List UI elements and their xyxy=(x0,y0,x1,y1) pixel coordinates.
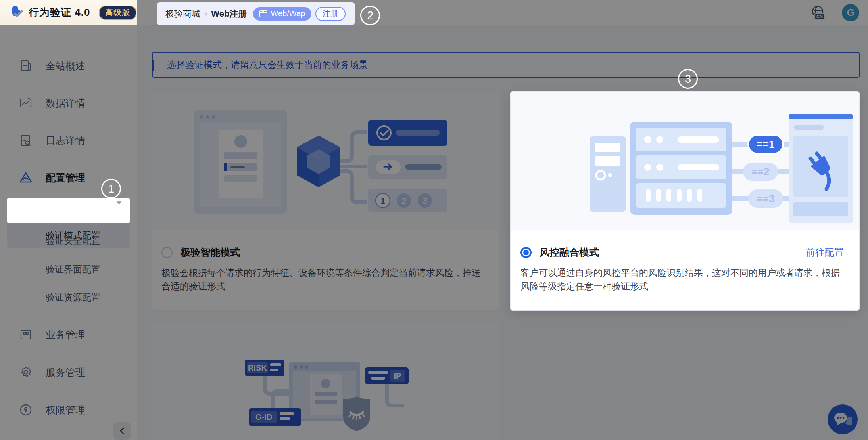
sidebar-label: 日志详情 xyxy=(46,134,85,147)
sidebar-sublabel: 验证资源配置 xyxy=(46,291,100,304)
sidebar-label: 数据详情 xyxy=(46,97,85,110)
svg-text:3: 3 xyxy=(422,196,427,206)
svg-text:2: 2 xyxy=(401,196,406,206)
breadcrumb-current: Web注册 xyxy=(211,8,247,20)
user-avatar[interactable]: G xyxy=(842,4,859,21)
header-actions: CN G xyxy=(809,0,859,25)
behavior-verification-console: 行为验证 4.0 高级版 极验商城 › Web注册 Web/Wap 注册 xyxy=(0,0,868,440)
avatar-initial: G xyxy=(847,7,855,18)
risk-fusion-description: 客户可以通过自身的风控平台的风险识别结果，这对不同的用户或者请求，根据风险等级指… xyxy=(520,266,844,293)
sidebar-sublabel: 验证界面配置 xyxy=(46,263,100,275)
breadcrumb-root[interactable]: 极验商城 xyxy=(165,8,200,20)
card-smart-mode: 1 2 3 极验智能模式 极验会根据每个请求的行为特征、设备环境等条件综合判定当… xyxy=(152,92,499,310)
sidebar-item-log-details[interactable]: 日志详情 xyxy=(0,132,137,149)
notice-banner: 选择验证模式，请留意只会生效于当前的业务场景 xyxy=(152,52,860,78)
verification-config-icon xyxy=(19,171,33,184)
sidebar-sublabel: 验证安全配置 xyxy=(46,235,100,247)
log-search-icon xyxy=(19,134,33,147)
go-to-config-link[interactable]: 前往配置 xyxy=(806,246,844,259)
card-bottom-mode: RISK IP G-ID xyxy=(152,322,499,440)
chevron-down-icon xyxy=(116,201,122,205)
sidebar-label: 权限管理 xyxy=(46,404,85,417)
breadcrumb-separator: › xyxy=(204,9,207,19)
sidebar-item-business-management[interactable]: 业务管理 xyxy=(0,326,137,343)
app-title: 行为验证 4.0 xyxy=(29,6,90,19)
customer-service-chat-button[interactable] xyxy=(828,404,858,434)
sidebar-item-data-details[interactable]: 数据详情 xyxy=(0,94,137,112)
plan-badge: 高级版 xyxy=(99,6,136,20)
sidebar-label: 业务管理 xyxy=(46,328,85,341)
svg-text:==1: ==1 xyxy=(757,138,775,150)
top-header: 行为验证 4.0 高级版 极验商城 › Web注册 Web/Wap 注册 xyxy=(0,0,868,25)
cube-icon xyxy=(297,136,340,187)
notice-text: 选择验证模式，请留意只会生效于当前的业务场景 xyxy=(167,59,368,71)
platform-tag: Web/Wap xyxy=(253,7,311,21)
language-globe-icon[interactable]: CN xyxy=(809,4,827,21)
svg-text:==3: ==3 xyxy=(757,193,775,205)
scene-tag-label: 注册 xyxy=(323,8,338,19)
svg-text:==2: ==2 xyxy=(752,166,770,178)
smart-mode-radio[interactable] xyxy=(161,247,173,258)
card-risk-fusion-mode: ==1 ==2 ==3 xyxy=(511,92,859,310)
smart-mode-title: 极验智能模式 xyxy=(181,246,240,259)
chat-bubbles-icon xyxy=(833,411,852,428)
notice-accent-bar xyxy=(152,60,154,71)
lock-icon xyxy=(19,403,33,417)
sidebar-subitem-verify-resource-config[interactable]: 验证资源配置 xyxy=(0,289,137,306)
business-box-icon xyxy=(19,328,33,341)
platform-tag-label: Web/Wap xyxy=(271,9,305,18)
sidebar-item-permission-management[interactable]: 权限管理 xyxy=(0,401,137,419)
sidebar-collapse-button[interactable] xyxy=(113,422,131,440)
language-label: CN xyxy=(816,14,823,19)
svg-text:IP: IP xyxy=(394,371,401,380)
risk-fusion-title: 风控融合模式 xyxy=(540,246,599,259)
bottom-mode-illustration: RISK IP G-ID xyxy=(152,322,499,440)
svg-text:RISK: RISK xyxy=(248,363,267,372)
sidebar-subitem-verify-ui-config[interactable]: 验证界面配置 xyxy=(0,260,137,278)
sidebar-item-config-management[interactable]: 配置管理 xyxy=(0,169,137,186)
sidebar-label: 配置管理 xyxy=(46,171,85,184)
logo-zone: 行为验证 4.0 高级版 xyxy=(0,0,137,25)
gear-icon xyxy=(19,365,33,379)
sidebar-item-site-overview[interactable]: 全站概述 xyxy=(0,57,137,75)
sidebar: 全站概述 数据详情 日志详情 配置 xyxy=(0,25,137,440)
data-chart-icon xyxy=(19,96,33,110)
risk-fusion-radio[interactable] xyxy=(520,247,532,258)
report-icon xyxy=(19,59,33,73)
browser-icon xyxy=(259,10,267,18)
sidebar-label: 全站概述 xyxy=(46,59,85,73)
risk-fusion-illustration: ==1 ==2 ==3 xyxy=(511,92,859,230)
chevron-left-icon xyxy=(118,427,126,435)
sidebar-label: 服务管理 xyxy=(46,366,85,379)
smart-mode-description: 极验会根据每个请求的行为特征、设备环境等条件综合判定当前请求风险，推送合适的验证… xyxy=(161,266,484,293)
breadcrumb: 极验商城 › Web注册 Web/Wap 注册 xyxy=(157,2,355,25)
sidebar-subitem-verify-security-config[interactable]: 验证安全配置 xyxy=(0,232,137,249)
scene-tag: 注册 xyxy=(315,7,346,21)
svg-text:1: 1 xyxy=(380,196,385,206)
smart-mode-illustration: 1 2 3 xyxy=(152,92,499,230)
svg-text:G-ID: G-ID xyxy=(255,413,272,421)
app-logo-icon xyxy=(10,5,25,20)
sidebar-item-service-management[interactable]: 服务管理 xyxy=(0,363,137,381)
